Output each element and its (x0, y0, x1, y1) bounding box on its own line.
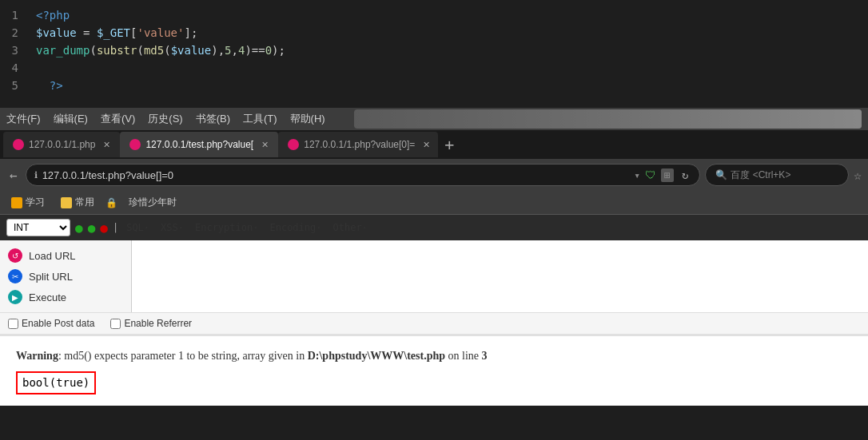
tab-close-1[interactable]: ✕ (103, 140, 110, 150)
qr-icon: ⊞ (661, 168, 674, 182)
tab-close-3[interactable]: ✕ (423, 140, 430, 150)
code-line-5: ?> (36, 77, 860, 94)
back-button[interactable]: ← (6, 166, 21, 184)
address-bar[interactable]: ℹ 127.0.0.1/test.php?value[]=0 ▾ 🛡 ⊞ ↻ (26, 164, 701, 186)
warning-message: : md5() expects parameter 1 to be string… (58, 350, 308, 362)
line-num-3: 3 (8, 42, 18, 59)
execute-button[interactable]: ▶ Execute (0, 287, 131, 307)
split-url-label: Split URL (29, 271, 73, 283)
enable-post-checkbox[interactable] (8, 319, 18, 329)
type-select[interactable]: INT STRING FLOAT BOOL (6, 219, 70, 236)
menu-history[interactable]: 历史(S) (148, 112, 182, 126)
warning-line-num: 3 (482, 350, 488, 362)
code-line-1: <?php (36, 6, 860, 24)
line-num-2: 2 (8, 24, 18, 42)
new-tab-button[interactable]: + (438, 135, 460, 154)
tab-favicon-1 (13, 139, 24, 150)
info-icon: ℹ (34, 170, 38, 180)
bookmark-star[interactable]: ☆ (854, 168, 862, 183)
bookmark-icon-study (11, 197, 22, 208)
tab-favicon-3 (288, 139, 299, 150)
tab-favicon-2 (129, 139, 141, 150)
warning-line: Warning: md5() expects parameter 1 to be… (16, 347, 852, 365)
other-button[interactable]: Other· (329, 221, 370, 234)
bookmark-icon-common (61, 197, 72, 208)
xss-button[interactable]: XSS· (157, 221, 187, 234)
split-url-icon: ✂ (8, 269, 22, 283)
enable-post-text: Enable Post data (22, 318, 94, 329)
bookmark-study[interactable]: 学习 (6, 194, 50, 211)
load-url-label: Load URL (29, 250, 76, 262)
encryption-button[interactable]: Encryption· (192, 221, 261, 234)
warning-label: Warning (16, 350, 58, 362)
tab-label-3: 127.0.0.1/1.php?value[0]= (304, 139, 415, 150)
menu-file[interactable]: 文件(F) (6, 112, 41, 126)
code-line-2: $value = $_GET['value']; (36, 24, 860, 42)
encoding-button[interactable]: Encoding· (266, 221, 325, 234)
sql-button[interactable]: SQL· (123, 221, 153, 234)
hackbar-sidebar: ↺ Load URL ✂ Split URL ▶ Execute (0, 240, 132, 312)
split-url-button[interactable]: ✂ Split URL (0, 266, 131, 287)
browser: 文件(F) 编辑(E) 查看(V) 历史(S) 书签(B) 工具(T) 帮助(H… (0, 108, 868, 334)
url-text: 127.0.0.1/test.php?value[]=0 (42, 169, 173, 181)
tab-bar: 127.0.0.1/1.php ✕ 127.0.0.1/test.php?val… (0, 130, 868, 159)
bookmarks-bar: 学习 常用 🔒 珍惜少年时 (0, 191, 868, 215)
code-content: <?php $value = $_GET['value']; var_dump(… (28, 6, 868, 101)
hackbar-content (132, 240, 868, 312)
enable-referrer-text: Enable Referrer (124, 318, 192, 329)
sep1: | (113, 222, 118, 233)
bookmark-youth[interactable]: 珍惜少年时 (124, 194, 181, 211)
line-num-5: 5 (8, 77, 18, 94)
execute-label: Execute (29, 291, 66, 303)
hackbar-main: ↺ Load URL ✂ Split URL ▶ Execute (0, 240, 868, 312)
enable-referrer-checkbox[interactable] (110, 319, 121, 329)
hackbar-toolbar: INT STRING FLOAT BOOL ● ● ● | SQL· XSS· … (0, 215, 868, 240)
bookmark-label-youth: 珍惜少年时 (129, 196, 177, 209)
dropdown-arrow: ▾ (634, 169, 640, 181)
enable-post-label[interactable]: Enable Post data (8, 318, 94, 329)
green-dot-2: ● (88, 220, 96, 236)
warning-line-text: on line (445, 350, 482, 362)
menu-help[interactable]: 帮助(H) (290, 112, 325, 126)
enable-referrer-label[interactable]: Enable Referrer (110, 318, 192, 329)
refresh-button[interactable]: ↻ (679, 167, 691, 183)
bool-result: bool(true) (16, 371, 96, 394)
code-editor: 1 2 3 4 5 <?php $value = $_GET['value'];… (0, 0, 868, 108)
tab-label-2: 127.0.0.1/test.php?value[ (145, 139, 253, 150)
search-bar[interactable]: 🔍 百度 <Ctrl+K> (705, 164, 849, 186)
execute-icon: ▶ (8, 290, 22, 304)
menu-tools[interactable]: 工具(T) (243, 112, 277, 126)
address-row: ← ℹ 127.0.0.1/test.php?value[]=0 ▾ 🛡 ⊞ ↻… (0, 159, 868, 191)
hackbar-footer: Enable Post data Enable Referrer (0, 312, 868, 334)
code-line-3: var_dump(substr(md5($value),5,4)==0); (36, 42, 860, 59)
search-placeholder: 百度 <Ctrl+K> (731, 168, 790, 182)
bookmark-label-study: 学习 (26, 196, 45, 209)
tab-close-2[interactable]: ✕ (261, 140, 269, 150)
line-num-1: 1 (8, 6, 18, 24)
output-area: Warning: md5() expects parameter 1 to be… (0, 334, 868, 406)
lock-icon: 🔒 (106, 197, 117, 208)
tab-3[interactable]: 127.0.0.1/1.php?value[0]= ✕ (278, 132, 438, 157)
bookmark-common[interactable]: 常用 (56, 194, 99, 211)
warning-path: D:\phpstudy\WWW\test.php (308, 350, 445, 362)
bool-result-container: bool(true) (16, 368, 852, 394)
search-icon: 🔍 (715, 169, 727, 180)
bookmark-label-common: 常用 (75, 196, 94, 209)
shield-icon: 🛡 (645, 168, 656, 181)
load-url-icon: ↺ (8, 248, 22, 263)
red-dot: ● (100, 220, 108, 236)
menu-bar: 文件(F) 编辑(E) 查看(V) 历史(S) 书签(B) 工具(T) 帮助(H… (0, 108, 868, 130)
code-line-4 (36, 59, 860, 77)
line-numbers: 1 2 3 4 5 (0, 6, 28, 101)
tab-1[interactable]: 127.0.0.1/1.php ✕ (3, 132, 120, 157)
menu-view[interactable]: 查看(V) (101, 112, 135, 126)
menu-bookmarks[interactable]: 书签(B) (196, 112, 230, 126)
load-url-button[interactable]: ↺ Load URL (0, 245, 131, 266)
tab-2[interactable]: 127.0.0.1/test.php?value[ ✕ (120, 132, 278, 157)
green-dot-1: ● (75, 220, 83, 236)
line-num-4: 4 (8, 59, 18, 77)
menu-edit[interactable]: 编辑(E) (54, 112, 88, 126)
tab-label-1: 127.0.0.1/1.php (29, 139, 95, 150)
